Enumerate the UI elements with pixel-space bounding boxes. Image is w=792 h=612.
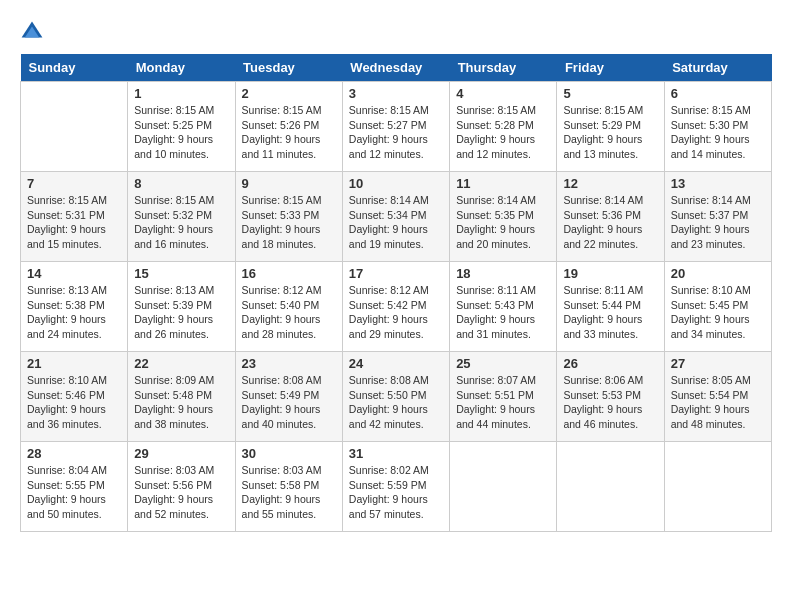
calendar-cell: 17Sunrise: 8:12 AM Sunset: 5:42 PM Dayli… — [342, 262, 449, 352]
calendar-cell: 25Sunrise: 8:07 AM Sunset: 5:51 PM Dayli… — [450, 352, 557, 442]
calendar-cell: 9Sunrise: 8:15 AM Sunset: 5:33 PM Daylig… — [235, 172, 342, 262]
day-number: 2 — [242, 86, 336, 101]
weekday-header: Tuesday — [235, 54, 342, 82]
day-number: 23 — [242, 356, 336, 371]
calendar-cell: 28Sunrise: 8:04 AM Sunset: 5:55 PM Dayli… — [21, 442, 128, 532]
day-number: 8 — [134, 176, 228, 191]
calendar-cell: 2Sunrise: 8:15 AM Sunset: 5:26 PM Daylig… — [235, 82, 342, 172]
day-info: Sunrise: 8:13 AM Sunset: 5:39 PM Dayligh… — [134, 283, 228, 342]
day-number: 29 — [134, 446, 228, 461]
calendar-cell: 8Sunrise: 8:15 AM Sunset: 5:32 PM Daylig… — [128, 172, 235, 262]
calendar-cell: 21Sunrise: 8:10 AM Sunset: 5:46 PM Dayli… — [21, 352, 128, 442]
calendar-cell: 27Sunrise: 8:05 AM Sunset: 5:54 PM Dayli… — [664, 352, 771, 442]
calendar-cell: 18Sunrise: 8:11 AM Sunset: 5:43 PM Dayli… — [450, 262, 557, 352]
day-info: Sunrise: 8:11 AM Sunset: 5:43 PM Dayligh… — [456, 283, 550, 342]
day-info: Sunrise: 8:03 AM Sunset: 5:58 PM Dayligh… — [242, 463, 336, 522]
day-info: Sunrise: 8:04 AM Sunset: 5:55 PM Dayligh… — [27, 463, 121, 522]
day-number: 6 — [671, 86, 765, 101]
day-number: 7 — [27, 176, 121, 191]
day-number: 20 — [671, 266, 765, 281]
day-info: Sunrise: 8:08 AM Sunset: 5:49 PM Dayligh… — [242, 373, 336, 432]
day-info: Sunrise: 8:10 AM Sunset: 5:46 PM Dayligh… — [27, 373, 121, 432]
calendar-cell — [664, 442, 771, 532]
calendar-cell: 5Sunrise: 8:15 AM Sunset: 5:29 PM Daylig… — [557, 82, 664, 172]
day-info: Sunrise: 8:07 AM Sunset: 5:51 PM Dayligh… — [456, 373, 550, 432]
day-info: Sunrise: 8:06 AM Sunset: 5:53 PM Dayligh… — [563, 373, 657, 432]
day-info: Sunrise: 8:15 AM Sunset: 5:26 PM Dayligh… — [242, 103, 336, 162]
day-number: 12 — [563, 176, 657, 191]
calendar-cell — [557, 442, 664, 532]
weekday-header: Friday — [557, 54, 664, 82]
logo-icon — [20, 20, 44, 44]
weekday-header: Wednesday — [342, 54, 449, 82]
day-number: 17 — [349, 266, 443, 281]
calendar-cell: 10Sunrise: 8:14 AM Sunset: 5:34 PM Dayli… — [342, 172, 449, 262]
calendar-week-row: 1Sunrise: 8:15 AM Sunset: 5:25 PM Daylig… — [21, 82, 772, 172]
calendar-cell: 13Sunrise: 8:14 AM Sunset: 5:37 PM Dayli… — [664, 172, 771, 262]
day-number: 14 — [27, 266, 121, 281]
calendar-week-row: 28Sunrise: 8:04 AM Sunset: 5:55 PM Dayli… — [21, 442, 772, 532]
calendar-cell: 19Sunrise: 8:11 AM Sunset: 5:44 PM Dayli… — [557, 262, 664, 352]
day-number: 22 — [134, 356, 228, 371]
weekday-header: Monday — [128, 54, 235, 82]
day-number: 26 — [563, 356, 657, 371]
day-number: 27 — [671, 356, 765, 371]
day-info: Sunrise: 8:12 AM Sunset: 5:40 PM Dayligh… — [242, 283, 336, 342]
calendar-cell: 29Sunrise: 8:03 AM Sunset: 5:56 PM Dayli… — [128, 442, 235, 532]
day-number: 24 — [349, 356, 443, 371]
calendar-cell: 4Sunrise: 8:15 AM Sunset: 5:28 PM Daylig… — [450, 82, 557, 172]
day-number: 31 — [349, 446, 443, 461]
day-info: Sunrise: 8:14 AM Sunset: 5:37 PM Dayligh… — [671, 193, 765, 252]
day-number: 25 — [456, 356, 550, 371]
day-number: 19 — [563, 266, 657, 281]
logo — [20, 20, 48, 44]
day-number: 4 — [456, 86, 550, 101]
day-info: Sunrise: 8:10 AM Sunset: 5:45 PM Dayligh… — [671, 283, 765, 342]
day-number: 21 — [27, 356, 121, 371]
day-number: 18 — [456, 266, 550, 281]
calendar-cell: 23Sunrise: 8:08 AM Sunset: 5:49 PM Dayli… — [235, 352, 342, 442]
day-info: Sunrise: 8:14 AM Sunset: 5:34 PM Dayligh… — [349, 193, 443, 252]
day-info: Sunrise: 8:13 AM Sunset: 5:38 PM Dayligh… — [27, 283, 121, 342]
calendar-cell: 20Sunrise: 8:10 AM Sunset: 5:45 PM Dayli… — [664, 262, 771, 352]
calendar-cell — [450, 442, 557, 532]
calendar-table: SundayMondayTuesdayWednesdayThursdayFrid… — [20, 54, 772, 532]
day-info: Sunrise: 8:15 AM Sunset: 5:27 PM Dayligh… — [349, 103, 443, 162]
day-info: Sunrise: 8:14 AM Sunset: 5:35 PM Dayligh… — [456, 193, 550, 252]
day-info: Sunrise: 8:11 AM Sunset: 5:44 PM Dayligh… — [563, 283, 657, 342]
day-info: Sunrise: 8:15 AM Sunset: 5:25 PM Dayligh… — [134, 103, 228, 162]
calendar-cell: 12Sunrise: 8:14 AM Sunset: 5:36 PM Dayli… — [557, 172, 664, 262]
day-info: Sunrise: 8:15 AM Sunset: 5:28 PM Dayligh… — [456, 103, 550, 162]
calendar-week-row: 7Sunrise: 8:15 AM Sunset: 5:31 PM Daylig… — [21, 172, 772, 262]
calendar-cell — [21, 82, 128, 172]
day-info: Sunrise: 8:15 AM Sunset: 5:33 PM Dayligh… — [242, 193, 336, 252]
day-info: Sunrise: 8:15 AM Sunset: 5:32 PM Dayligh… — [134, 193, 228, 252]
calendar-week-row: 14Sunrise: 8:13 AM Sunset: 5:38 PM Dayli… — [21, 262, 772, 352]
weekday-header: Thursday — [450, 54, 557, 82]
weekday-header: Sunday — [21, 54, 128, 82]
day-number: 15 — [134, 266, 228, 281]
day-number: 10 — [349, 176, 443, 191]
calendar-week-row: 21Sunrise: 8:10 AM Sunset: 5:46 PM Dayli… — [21, 352, 772, 442]
header — [20, 20, 772, 44]
day-number: 13 — [671, 176, 765, 191]
day-number: 16 — [242, 266, 336, 281]
day-number: 1 — [134, 86, 228, 101]
calendar-cell: 30Sunrise: 8:03 AM Sunset: 5:58 PM Dayli… — [235, 442, 342, 532]
day-number: 5 — [563, 86, 657, 101]
calendar-cell: 26Sunrise: 8:06 AM Sunset: 5:53 PM Dayli… — [557, 352, 664, 442]
day-number: 30 — [242, 446, 336, 461]
day-info: Sunrise: 8:15 AM Sunset: 5:31 PM Dayligh… — [27, 193, 121, 252]
calendar-cell: 11Sunrise: 8:14 AM Sunset: 5:35 PM Dayli… — [450, 172, 557, 262]
day-number: 11 — [456, 176, 550, 191]
weekday-header: Saturday — [664, 54, 771, 82]
day-info: Sunrise: 8:03 AM Sunset: 5:56 PM Dayligh… — [134, 463, 228, 522]
calendar-cell: 7Sunrise: 8:15 AM Sunset: 5:31 PM Daylig… — [21, 172, 128, 262]
calendar-cell: 16Sunrise: 8:12 AM Sunset: 5:40 PM Dayli… — [235, 262, 342, 352]
day-info: Sunrise: 8:15 AM Sunset: 5:29 PM Dayligh… — [563, 103, 657, 162]
day-info: Sunrise: 8:09 AM Sunset: 5:48 PM Dayligh… — [134, 373, 228, 432]
calendar-cell: 3Sunrise: 8:15 AM Sunset: 5:27 PM Daylig… — [342, 82, 449, 172]
day-number: 3 — [349, 86, 443, 101]
day-info: Sunrise: 8:05 AM Sunset: 5:54 PM Dayligh… — [671, 373, 765, 432]
calendar-cell: 22Sunrise: 8:09 AM Sunset: 5:48 PM Dayli… — [128, 352, 235, 442]
